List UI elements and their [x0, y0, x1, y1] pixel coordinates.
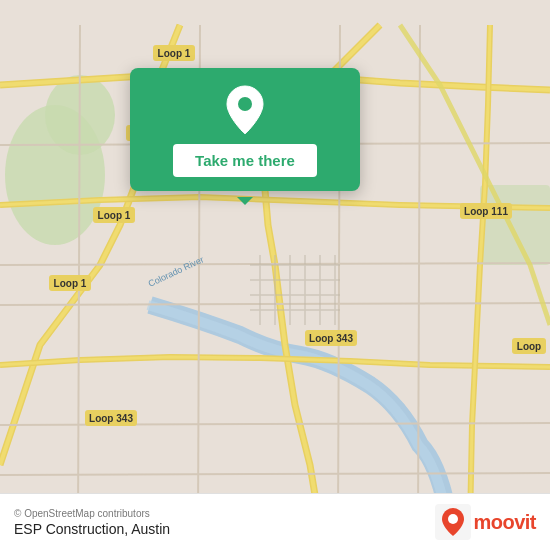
svg-point-42	[448, 514, 458, 524]
osm-attribution: © OpenStreetMap contributors	[14, 508, 170, 519]
svg-text:Loop 111: Loop 111	[464, 206, 508, 217]
moovit-text: moovit	[473, 511, 536, 534]
bottom-bar: © OpenStreetMap contributors ESP Constru…	[0, 493, 550, 550]
moovit-logo: moovit	[435, 504, 536, 540]
map-popup: Take me there	[130, 68, 360, 191]
bottom-left: © OpenStreetMap contributors ESP Constru…	[14, 508, 170, 537]
svg-text:Loop 343: Loop 343	[89, 413, 133, 424]
location-pin-icon	[223, 84, 267, 136]
location-title: ESP Construction, Austin	[14, 521, 170, 537]
svg-point-40	[238, 97, 252, 111]
map-container: Loop 1 Loop 1 Loop 1 Loop 1 Loop 111 Loo…	[0, 0, 550, 550]
location-icon-wrap	[221, 86, 269, 134]
moovit-icon	[435, 504, 471, 540]
take-me-there-button[interactable]: Take me there	[173, 144, 317, 177]
svg-text:Loop 1: Loop 1	[54, 278, 87, 289]
svg-text:Loop: Loop	[517, 341, 541, 352]
svg-rect-3	[480, 185, 550, 265]
svg-text:Loop 1: Loop 1	[98, 210, 131, 221]
svg-text:Loop 343: Loop 343	[309, 333, 353, 344]
svg-text:Loop 1: Loop 1	[158, 48, 191, 59]
